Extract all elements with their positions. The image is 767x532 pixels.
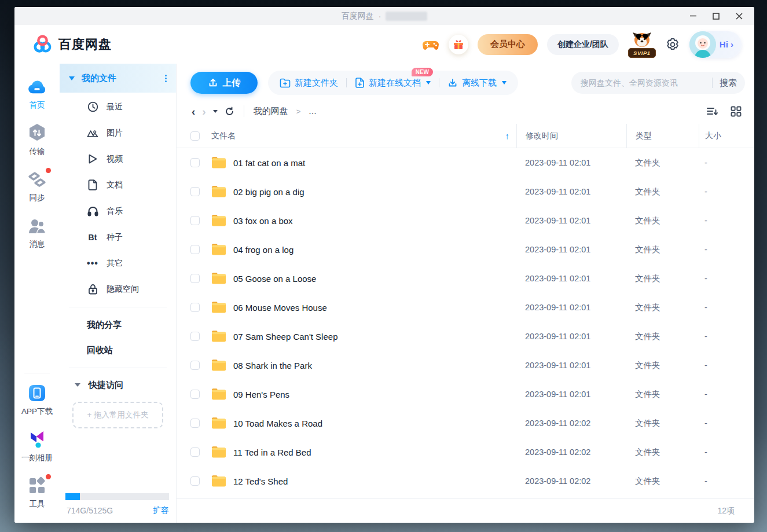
file-name[interactable]: 08 Shark in the Park [233,361,516,370]
row-checkbox[interactable] [190,158,200,167]
expand-storage-link[interactable]: 扩容 [153,505,169,516]
rail-item-app-download[interactable]: APP下载 [19,384,56,417]
table-row[interactable]: 09 Hen's Pens 2023-09-11 02:01 文件夹 - [177,380,754,409]
table-row[interactable]: 06 Mouse Moves House 2023-09-11 02:01 文件… [177,293,754,322]
file-name[interactable]: 07 Sam Sheep Can't Sleep [233,332,516,342]
sidebar-section-quick-access[interactable]: 快捷访问 [60,373,176,397]
settings-gear-icon[interactable] [665,37,680,52]
rail-item-tools[interactable]: 工具 [19,476,56,509]
rail-item-home-cloud[interactable]: 首页 [19,78,56,111]
column-header-name[interactable]: 文件名 [211,131,236,141]
file-name[interactable]: 11 Ted in a Red Bed [233,447,516,457]
minimize-button[interactable] [681,7,704,25]
sort-ascending-icon[interactable]: ↑ [505,131,510,141]
refresh-icon[interactable] [225,107,234,116]
upload-button[interactable]: 上传 [190,72,258,94]
maximize-button[interactable] [704,7,728,25]
sidebar-item-lock[interactable]: 隐藏空间 [60,276,176,302]
file-name[interactable]: 10 Toad Makes a Road [233,419,516,428]
offline-download-button[interactable]: 离线下载 [447,78,507,89]
row-checkbox[interactable] [190,245,200,254]
column-header-size[interactable]: 大小 [699,124,754,148]
row-checkbox[interactable] [190,390,200,399]
sidebar-item-video[interactable]: 视频 [60,146,176,172]
file-name[interactable]: 05 Goose on a Loose [233,274,516,284]
search-button[interactable]: 搜索 [720,78,737,89]
file-name[interactable]: 04 frog on a log [233,245,516,255]
table-row[interactable]: 12 Ted's Shed 2023-09-11 02:02 文件夹 - [177,467,754,496]
sidebar-link[interactable]: 我的分享 [60,312,176,337]
table-row[interactable]: 01 fat cat on a mat 2023-09-11 02:01 文件夹… [177,148,754,177]
sidebar-item-music[interactable]: 音乐 [60,198,176,224]
toolbar: 上传 新建文件夹 NEW [177,64,754,98]
row-checkbox[interactable] [190,361,200,370]
breadcrumb-more[interactable]: ... [309,106,316,116]
file-name[interactable]: 09 Hen's Pens [233,390,516,399]
drop-favorite-folder-zone[interactable]: + 拖入常用文件夹 [72,402,163,428]
rail-item-photo-album[interactable]: 一刻相册 [19,430,56,463]
create-team-button[interactable]: 创建企业/团队 [547,34,619,55]
select-all-checkbox[interactable] [190,131,200,141]
table-row[interactable]: 03 fox on a box 2023-09-11 02:01 文件夹 - [177,206,754,235]
baidu-netdisk-logo[interactable]: 百度网盘 [32,33,112,56]
file-type: 文件夹 [626,157,699,168]
titlebar[interactable]: 百度网盘 · [14,7,754,25]
sidebar-item-torrent-bt[interactable]: Bt 种子 [60,224,176,250]
file-name[interactable]: 01 fat cat on a mat [233,158,516,168]
table-row[interactable]: 02 big pig on a dig 2023-09-11 02:01 文件夹… [177,177,754,206]
rail-item-sync[interactable]: 同步 [19,170,56,203]
svip-badge[interactable]: SVIP1 [628,31,656,58]
sort-order-icon[interactable] [706,106,719,116]
file-name[interactable]: 02 big pig on a dig [233,187,516,197]
table-row[interactable]: 08 Shark in the Park 2023-09-11 02:01 文件… [177,351,754,380]
row-checkbox[interactable] [190,274,200,283]
file-size: - [699,419,754,428]
forward-button[interactable]: › [202,106,205,117]
sidebar-item-ellipsis[interactable]: ••• 其它 [60,250,176,276]
row-checkbox[interactable] [190,447,200,457]
table-row[interactable]: 05 Goose on a Loose 2023-09-11 02:01 文件夹… [177,264,754,293]
sidebar-item-clock[interactable]: 最近 [60,94,176,120]
row-checkbox[interactable] [190,476,200,486]
account-button[interactable]: Hi › [689,31,742,58]
rail-item-messages[interactable]: 消息 [19,217,56,250]
file-name[interactable]: 12 Ted's Shed [233,476,516,486]
row-checkbox[interactable] [190,332,200,341]
table-row[interactable]: 11 Ted in a Red Bed 2023-09-11 02:02 文件夹… [177,438,754,467]
sidebar-link[interactable]: 回收站 [60,337,176,363]
new-online-doc-button[interactable]: NEW 新建在线文档 [355,78,431,89]
gift-icon[interactable] [449,35,468,54]
app-window: 百度网盘 · [14,7,754,523]
table-footer: 12项 [177,498,754,523]
table-row[interactable]: 10 Toad Makes a Road 2023-09-11 02:02 文件… [177,409,754,438]
row-checkbox[interactable] [190,303,200,312]
sidebar-section-my-files[interactable]: 我的文件 [60,64,176,93]
sidebar-item-document[interactable]: 文档 [60,172,176,198]
file-name[interactable]: 03 fox on a box [233,216,516,226]
history-dropdown-icon[interactable] [213,110,218,113]
file-modified-time: 2023-09-11 02:01 [516,361,626,370]
sidebar-item-picture[interactable]: 图片 [60,120,176,146]
games-icon[interactable] [422,36,439,53]
close-button[interactable] [728,7,751,25]
storage-usage-label: 714G/5125G [67,506,113,515]
breadcrumb-root[interactable]: 我的网盘 [254,106,288,117]
column-header-type[interactable]: 类型 [626,124,699,148]
row-checkbox[interactable] [190,187,200,196]
file-name[interactable]: 06 Mouse Moves House [233,303,516,313]
user-avatar [689,31,716,58]
grid-view-icon[interactable] [731,106,742,117]
table-row[interactable]: 07 Sam Sheep Can't Sleep 2023-09-11 02:0… [177,322,754,351]
collapse-caret-icon[interactable] [69,76,75,80]
more-options-icon[interactable] [165,75,167,82]
row-checkbox[interactable] [190,419,200,428]
file-type: 文件夹 [626,389,699,400]
new-folder-button[interactable]: 新建文件夹 [280,78,338,89]
rail-item-transfer[interactable]: 传输 [19,124,56,157]
back-button[interactable]: ‹ [192,106,195,117]
row-checkbox[interactable] [190,216,200,225]
vip-center-button[interactable]: 会员中心 [478,34,538,55]
search-input[interactable] [581,78,709,87]
column-header-time[interactable]: 修改时间 [516,124,626,148]
table-row[interactable]: 04 frog on a log 2023-09-11 02:01 文件夹 - [177,235,754,264]
